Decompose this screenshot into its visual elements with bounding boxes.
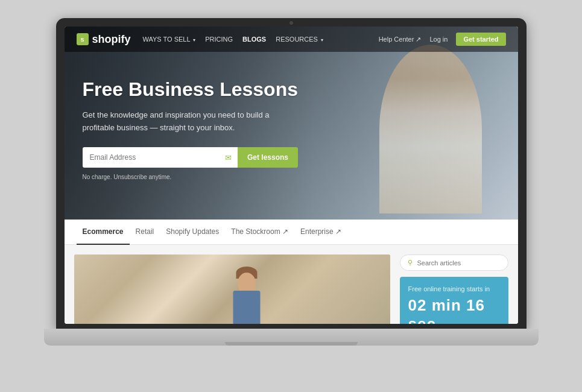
tab-enterprise[interactable]: Enterprise ↗ — [294, 220, 347, 245]
training-label: Free online training starts in — [408, 285, 500, 292]
person-body — [233, 291, 260, 324]
email-input[interactable] — [83, 147, 238, 168]
email-icon: ✉ — [225, 153, 232, 162]
shopify-logo-icon: s — [77, 33, 89, 45]
search-input[interactable] — [417, 259, 501, 267]
blog-featured-image[interactable] — [74, 254, 390, 324]
blog-person-figure — [223, 267, 271, 324]
laptop-shell: s shopify WAYS TO SELL ▾ PRICING BLOGS R… — [44, 18, 539, 374]
get-started-button[interactable]: Get started — [456, 33, 505, 46]
blog-content-area: ⚲ Free online training starts in 02 min … — [65, 245, 518, 324]
site-logo[interactable]: s shopify — [77, 33, 131, 46]
laptop-base — [44, 329, 539, 346]
training-timer: 02 min 16 sec — [408, 296, 500, 324]
tab-shopify-updates[interactable]: Shopify Updates — [160, 220, 225, 245]
shopify-logo-text: shopify — [92, 33, 131, 46]
nav-blogs[interactable]: BLOGS — [242, 36, 266, 43]
laptop-screen: s shopify WAYS TO SELL ▾ PRICING BLOGS R… — [65, 27, 518, 324]
get-lessons-button[interactable]: Get lessons — [238, 147, 298, 168]
website-content: s shopify WAYS TO SELL ▾ PRICING BLOGS R… — [65, 27, 518, 324]
tab-the-stockroom[interactable]: The Stockroom ↗ — [225, 220, 294, 245]
hero-subtitle: Get the knowledge and inspiration you ne… — [83, 109, 276, 134]
nav-ways-to-sell[interactable]: WAYS TO SELL ▾ — [143, 36, 196, 43]
article-search-box[interactable]: ⚲ — [400, 254, 508, 271]
training-countdown-card[interactable]: Free online training starts in 02 min 16… — [400, 277, 508, 324]
hero-person-bg — [379, 45, 482, 213]
blog-tabs: Ecommerce Retail Shopify Updates The Sto… — [65, 220, 518, 245]
nav-right: Help Center ↗ Log in Get started — [379, 33, 506, 46]
screen-bezel: s shopify WAYS TO SELL ▾ PRICING BLOGS R… — [56, 18, 527, 329]
nav-resources[interactable]: RESOURCES ▾ — [276, 36, 323, 43]
hero-section: s shopify WAYS TO SELL ▾ PRICING BLOGS R… — [65, 27, 518, 220]
nav-links: WAYS TO SELL ▾ PRICING BLOGS RESOURCES ▾ — [143, 36, 379, 43]
site-navigation: s shopify WAYS TO SELL ▾ PRICING BLOGS R… — [65, 27, 518, 52]
tab-ecommerce[interactable]: Ecommerce — [77, 220, 130, 245]
hero-disclaimer: No charge. Unsubscribe anytime. — [83, 174, 298, 180]
nav-pricing[interactable]: PRICING — [205, 36, 233, 43]
hero-title: Free Business Lessons — [83, 78, 298, 101]
hero-form: ✉ Get lessons — [83, 147, 298, 168]
tab-retail[interactable]: Retail — [130, 220, 160, 245]
nav-help-center[interactable]: Help Center ↗ — [379, 36, 422, 43]
camera — [289, 21, 293, 25]
search-icon: ⚲ — [408, 259, 413, 267]
email-field-wrapper: ✉ — [83, 147, 238, 168]
nav-login[interactable]: Log in — [429, 36, 448, 43]
blog-sidebar: ⚲ Free online training starts in 02 min … — [400, 254, 508, 314]
hero-content: Free Business Lessons Get the knowledge … — [65, 48, 316, 199]
